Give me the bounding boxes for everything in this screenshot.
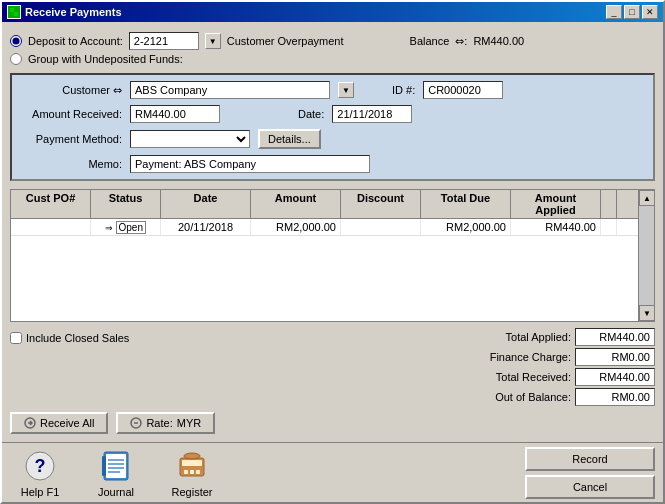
cell-scroll [601,219,617,235]
memo-label: Memo: [22,158,122,170]
customer-input[interactable] [130,81,330,99]
rate-icon [130,417,142,429]
svg-point-18 [184,453,200,459]
total-received-row: Total Received: RM440.00 [461,368,655,386]
svg-rect-16 [190,470,194,474]
include-closed-section: Include Closed Sales [10,332,129,344]
details-button[interactable]: Details... [258,129,321,149]
customer-row: Customer ⇔ ▼ ID #: [22,81,643,99]
window-title: Receive Payments [25,6,122,18]
journal-label: Journal [98,486,134,498]
col-total-due: Total Due [421,190,511,218]
balance-value: RM440.00 [473,35,524,47]
register-icon-svg [176,450,208,482]
total-received-value: RM440.00 [575,368,655,386]
receive-all-button[interactable]: Receive All [10,412,108,434]
deposit-radio[interactable] [10,35,22,47]
maximize-button[interactable]: □ [624,5,640,19]
total-applied-value: RM440.00 [575,328,655,346]
receive-all-label: Receive All [40,417,94,429]
journal-icon [98,448,134,484]
journal-icon-svg [100,450,132,482]
cell-discount [341,219,421,235]
title-bar: Receive Payments _ □ ✕ [2,2,663,22]
col-date: Date [161,190,251,218]
include-closed-label: Include Closed Sales [26,332,129,344]
date-input[interactable] [332,105,412,123]
cell-status: ⇒ Open [91,219,161,235]
footer: ? Help F1 J [2,442,663,502]
rate-button[interactable]: Rate: MYR [116,412,215,434]
table-row[interactable]: ⇒ Open 20/11/2018 RM2,000.00 RM2,000.00 … [11,219,638,236]
cell-amount-applied: RM440.00 [511,219,601,235]
cell-amount: RM2,000.00 [251,219,341,235]
title-bar-left: Receive Payments [7,5,122,19]
scroll-track [639,206,654,305]
date-label: Date: [298,108,324,120]
record-button[interactable]: Record [525,447,655,471]
balance-arrow-icon: ⇔: [455,35,467,48]
help-button[interactable]: ? Help F1 [10,448,70,498]
bottom-section: Include Closed Sales Total Applied: RM44… [10,328,655,406]
out-of-balance-value: RM0.00 [575,388,655,406]
group-label: Group with Undeposited Funds: [28,53,183,65]
register-icon [174,448,210,484]
table-header: Cust PO# Status Date Amount Discount Tot… [11,190,638,219]
svg-rect-7 [106,454,126,478]
id-input[interactable] [423,81,503,99]
payment-select[interactable] [130,130,250,148]
svg-rect-12 [102,456,106,476]
amount-row: Amount Received: Date: [22,105,643,123]
help-icon-svg: ? [24,450,56,482]
status-badge: Open [116,221,146,234]
col-cust-po: Cust PO# [11,190,91,218]
rate-label: Rate: [146,417,172,429]
bottom-actions: Receive All Rate: MYR [10,412,655,434]
include-closed-checkbox[interactable] [10,332,22,344]
memo-input[interactable] [130,155,370,173]
col-scroll [601,190,617,218]
deposit-label: Deposit to Account: [28,35,123,47]
deposit-row: Deposit to Account: 2-2121 ▼ Customer Ov… [10,32,655,50]
journal-button[interactable]: Journal [86,448,146,498]
deposit-account-value: 2-2121 [134,35,168,47]
content-area: Deposit to Account: 2-2121 ▼ Customer Ov… [2,22,663,442]
title-buttons: _ □ ✕ [606,5,658,19]
scroll-up-button[interactable]: ▲ [639,190,655,206]
receive-all-icon [24,417,36,429]
svg-rect-17 [196,470,200,474]
svg-rect-15 [184,470,188,474]
out-of-balance-row: Out of Balance: RM0.00 [461,388,655,406]
main-window: Receive Payments _ □ ✕ Deposit to Accoun… [0,0,665,504]
top-options: Deposit to Account: 2-2121 ▼ Customer Ov… [10,30,655,67]
customer-arrow-icon: ⇔ [113,84,122,96]
customer-dropdown-button[interactable]: ▼ [338,82,354,98]
group-radio[interactable] [10,53,22,65]
register-label: Register [172,486,213,498]
amount-label: Amount Received: [22,108,122,120]
scroll-down-button[interactable]: ▼ [639,305,655,321]
minimize-button[interactable]: _ [606,5,622,19]
col-status: Status [91,190,161,218]
col-discount: Discount [341,190,421,218]
table-body: ⇒ Open 20/11/2018 RM2,000.00 RM2,000.00 … [11,219,638,299]
status-arrow-icon: ⇒ [105,223,116,233]
total-applied-label: Total Applied: [461,331,571,343]
cell-total-due: RM2,000.00 [421,219,511,235]
deposit-account-input[interactable]: 2-2121 [129,32,199,50]
deposit-account-button[interactable]: ▼ [205,33,221,49]
svg-rect-1 [14,12,18,16]
totals-section: Total Applied: RM440.00 Finance Charge: … [461,328,655,406]
cancel-button[interactable]: Cancel [525,475,655,499]
col-amount: Amount [251,190,341,218]
footer-left: ? Help F1 J [10,448,222,498]
id-label: ID #: [392,84,415,96]
form-panel: Customer ⇔ ▼ ID #: Amount Received: Date… [10,73,655,181]
finance-charge-row: Finance Charge: RM0.00 [461,348,655,366]
register-button[interactable]: Register [162,448,222,498]
amount-input[interactable] [130,105,220,123]
rate-value: MYR [177,417,201,429]
close-button[interactable]: ✕ [642,5,658,19]
cell-cust-po [11,219,91,235]
svg-rect-0 [10,8,14,12]
